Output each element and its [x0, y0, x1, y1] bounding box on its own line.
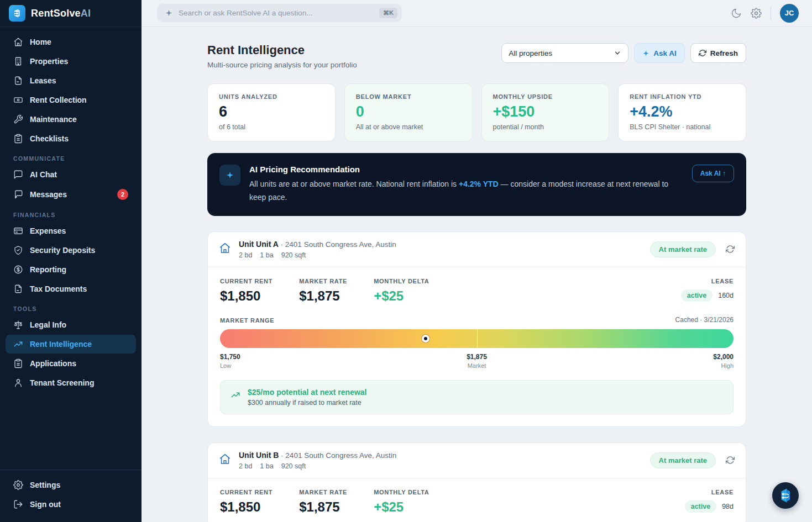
sidebar-item-messages[interactable]: Messages 2 [6, 184, 136, 204]
credit-card-icon [13, 226, 23, 236]
messages-unread-badge: 2 [117, 189, 128, 200]
sidebar-item-sign-out[interactable]: Sign out [6, 495, 136, 514]
search-input[interactable] [179, 9, 374, 17]
monthly-delta-stat: MONTHLY DELTA +$25 [374, 278, 429, 304]
property-filter-select[interactable]: All properties [501, 43, 628, 63]
market-status-badge[interactable]: At market rate [650, 241, 716, 257]
banner-ask-ai-button[interactable]: Ask AI ↑ [692, 165, 734, 182]
sidebar-item-legal-info[interactable]: Legal Info [6, 315, 136, 334]
refresh-label: Refresh [710, 49, 738, 57]
renewal-tip-box: $25/mo potential at next renewal $300 an… [220, 380, 734, 414]
refresh-button[interactable]: Refresh [690, 43, 746, 63]
sidebar-item-checklists[interactable]: Checklists [6, 129, 136, 148]
unit-address: 2401 South Congress Ave, Austin [285, 240, 396, 249]
stat-label: RENT INFLATION YTD [630, 93, 735, 100]
ai-assistant-fab[interactable] [772, 482, 799, 509]
ai-banner-title: AI Pricing Recommendation [249, 165, 683, 174]
lease-days: 98d [722, 503, 734, 510]
stat-card-below-market: BELOW MARKET 0 All at or above market [344, 83, 473, 141]
stat-value: +$150 [493, 103, 598, 120]
current-rent-stat: CURRENT RENT $1,850 [220, 489, 273, 515]
unit-beds: 2 bd [239, 251, 252, 259]
sidebar-section-financials: FINANCIALS [6, 205, 136, 222]
ai-banner-icon-box [219, 165, 240, 186]
unit-a-header: Unit Unit A · 2401 South Congress Ave, A… [208, 232, 746, 267]
sidebar-item-properties[interactable]: Properties [6, 52, 136, 71]
sidebar-item-ai-chat[interactable]: AI Chat [6, 165, 136, 184]
sidebar-item-label: Home [30, 38, 51, 46]
stat-sub: of 6 total [219, 123, 324, 131]
lease-block: LEASE active 98d [685, 489, 734, 515]
stat-sub: BLS CPI Shelter · national [630, 123, 735, 131]
unit-name: Unit Unit B [239, 451, 279, 460]
unit-baths: 1 ba [260, 251, 273, 259]
person-icon [13, 378, 23, 388]
brand-logo[interactable]: RentSolveAI [0, 0, 142, 27]
sidebar-item-rent-intelligence[interactable]: Rent Intelligence [6, 335, 136, 354]
monthly-delta-label: MONTHLY DELTA [374, 278, 429, 284]
ask-ai-button[interactable]: Ask AI [634, 43, 685, 63]
building-icon [13, 56, 23, 66]
global-search[interactable]: ⌘K [157, 4, 402, 22]
app-window: RentSolveAI Home Properties Leases Rent … [0, 0, 812, 522]
sidebar-item-expenses[interactable]: Expenses [6, 222, 136, 240]
sidebar-item-rent-collection[interactable]: Rent Collection [6, 91, 136, 109]
market-rate-stat: MARKET RATE $1,875 [299, 278, 347, 304]
trend-up-icon [13, 339, 23, 349]
sparkle-icon [165, 9, 173, 17]
tip-subtitle: $300 annually if raised to market rate [248, 399, 367, 407]
sidebar-item-applications[interactable]: Applications [6, 354, 136, 373]
sidebar-item-leases[interactable]: Leases [6, 71, 136, 90]
trend-up-icon [230, 390, 240, 400]
user-avatar[interactable]: JC [780, 4, 799, 23]
stat-value: +4.2% [630, 103, 735, 120]
home-icon [13, 37, 23, 47]
sidebar-item-settings[interactable]: Settings [6, 476, 136, 494]
sidebar-item-label: Expenses [30, 226, 66, 235]
sidebar-item-tax-documents[interactable]: Tax Documents [6, 280, 136, 298]
unit-baths: 1 ba [260, 462, 273, 470]
gear-icon[interactable] [751, 8, 762, 19]
current-rent-marker[interactable] [422, 335, 429, 342]
sidebar-section-tools: TOOLS [6, 299, 136, 315]
market-rate-stat: MARKET RATE $1,875 [299, 489, 347, 515]
ask-ai-label: Ask AI [653, 49, 677, 57]
document-icon [13, 76, 23, 86]
refresh-icon[interactable] [726, 245, 735, 254]
moon-icon[interactable] [731, 8, 742, 19]
circuit-house-icon [12, 8, 23, 19]
sparkle-icon [226, 171, 234, 180]
page-scroll-area[interactable]: Rent Intelligence Multi-source pricing a… [142, 27, 812, 522]
lease-status-badge: active [685, 500, 716, 513]
sidebar-item-label: Maintenance [30, 115, 77, 124]
sidebar-item-home[interactable]: Home [6, 33, 136, 51]
sidebar-item-tenant-screening[interactable]: Tenant Screening [6, 373, 136, 392]
clipboard-icon [13, 358, 23, 368]
unit-beds: 2 bd [239, 462, 252, 470]
current-rent-stat: CURRENT RENT $1,850 [220, 278, 273, 304]
stat-label: BELOW MARKET [356, 93, 461, 100]
brand-logo-icon [9, 5, 25, 22]
unit-b-header: Unit Unit B · 2401 South Congress Ave, A… [208, 443, 746, 478]
sidebar-item-label: Sign out [30, 500, 61, 509]
market-status-badge[interactable]: At market rate [650, 452, 716, 468]
sidebar-item-reporting[interactable]: Reporting [6, 260, 136, 279]
stat-card-monthly-upside: MONTHLY UPSIDE +$150 potential / month [481, 83, 610, 141]
refresh-icon[interactable] [726, 456, 735, 465]
lease-days: 160d [718, 292, 734, 299]
sidebar-item-security-deposits[interactable]: Security Deposits [6, 241, 136, 260]
sidebar-item-label: Leases [30, 76, 56, 85]
monthly-delta-value: +$25 [374, 288, 429, 304]
market-rate-line [477, 329, 478, 348]
unit-b-body: CURRENT RENT $1,850 MARKET RATE $1,875 M… [208, 478, 746, 522]
stat-sub: potential / month [493, 123, 598, 131]
tip-title: $25/mo potential at next renewal [248, 388, 367, 397]
unit-name: Unit Unit A [239, 240, 279, 249]
shield-check-icon [13, 245, 23, 255]
sidebar-item-label: Checklists [30, 134, 69, 143]
sidebar-item-maintenance[interactable]: Maintenance [6, 110, 136, 129]
property-filter-value: All properties [509, 49, 552, 57]
sidebar-item-label: Reporting [30, 265, 66, 274]
inflation-highlight: +4.2% YTD [459, 180, 499, 188]
sidebar-item-label: AI Chat [30, 170, 57, 179]
